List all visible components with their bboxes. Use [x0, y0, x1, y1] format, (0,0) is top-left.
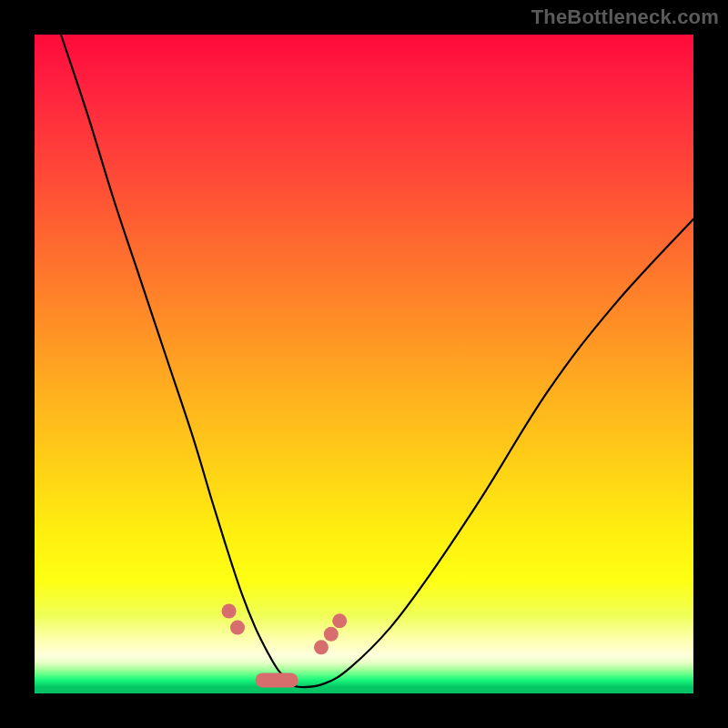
- right-lower-dot: [314, 640, 329, 654]
- trough-blob: [256, 673, 298, 688]
- markers-group: [222, 604, 348, 688]
- left-upper-dot: [222, 604, 237, 619]
- curve-svg: [35, 35, 693, 693]
- right-upper-dot: [332, 613, 347, 628]
- plot-area: [35, 35, 693, 693]
- chart-frame: TheBottleneck.com: [0, 0, 728, 728]
- left-mid-dot: [230, 621, 245, 635]
- bottleneck-curve: [61, 35, 693, 687]
- watermark-text: TheBottleneck.com: [531, 5, 719, 29]
- right-mid-dot: [324, 627, 339, 642]
